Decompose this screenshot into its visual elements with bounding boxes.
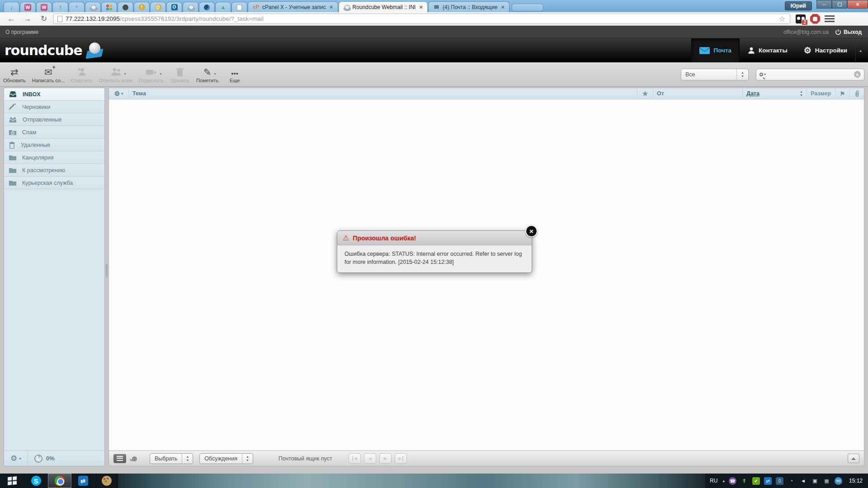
usb-eject-icon[interactable]: ⇑ [741,477,748,485]
pinned-tab-drive[interactable]: ▲ [215,2,231,12]
url-host: 77.222.132.19:2095 [66,15,120,22]
column-date[interactable]: Дата ▲▼ [743,88,807,99]
pinned-tab-at[interactable]: @ [150,2,166,12]
filter-select[interactable]: Все ▲▼ [681,69,749,80]
url-text[interactable]: 77.222.132.19:2095/cpsess3355576192/3rdp… [66,15,777,22]
list-view-button[interactable] [113,454,126,463]
folder-actions-button[interactable]: ⚙ ▾ [4,451,28,466]
search-box[interactable]: ▾ × [756,69,864,80]
reply-button: Ответить [68,63,95,86]
pinned-tab-apple[interactable] [118,2,133,12]
pinned-tab-moon[interactable] [199,2,215,12]
logout-button[interactable]: Выход [835,29,862,35]
column-attachment[interactable] [849,88,864,99]
nav-settings[interactable]: ⚙ Настройки [796,38,855,62]
splitter-grip[interactable] [106,264,108,277]
folder-kancelyariya[interactable]: Канцелярия [4,151,104,164]
folder-icon [9,154,17,161]
tab-cpanel[interactable]: cP cPanel X - Учетные запис × [248,1,338,12]
forward-button[interactable]: → [23,14,33,23]
tab-close-icon[interactable]: × [329,4,334,10]
folder-k-rassmotreniyu[interactable]: К рассмотрению [4,164,104,177]
column-date-label[interactable]: Дата [746,90,760,97]
pinned-tab-emblem[interactable]: † [134,2,150,12]
mark-button[interactable]: ✎ ▾ Пометить [193,63,222,86]
folder-junk[interactable]: Спам [4,126,104,139]
extension-icon[interactable]: 2 [796,14,806,23]
display-tray-icon[interactable]: 0 [776,477,783,485]
refresh-button[interactable]: ⇄ Обновить [0,63,29,86]
column-star[interactable]: ★ [637,88,653,99]
network-icon[interactable]: ▣ [811,477,819,485]
pinned-tab-wordpress-2[interactable]: W [36,2,52,12]
folder-trash[interactable]: Удаленные [4,139,104,151]
search-options-caret-icon[interactable]: ▾ [764,72,766,76]
teamviewer-tray-icon[interactable]: ⇄ [764,477,772,485]
touchpad-icon[interactable]: ▦ [823,477,830,485]
threads-dropdown[interactable]: Обсуждения ▲▼ [199,453,253,464]
select-dropdown[interactable]: Выбрать ▲▼ [150,453,193,464]
compose-label: Написать со... [32,78,65,83]
expand-button[interactable] [848,454,859,463]
clock-time[interactable]: 15:12 [849,478,863,484]
about-link[interactable]: О программе [5,29,38,35]
search-clear-icon[interactable]: × [854,71,861,78]
taskbar-skype[interactable]: S [24,474,48,488]
more-button[interactable]: ••• Еще [222,63,248,86]
search-input[interactable] [769,71,854,78]
pinned-tab-wordpress-1[interactable]: W [20,2,36,12]
nav-mail[interactable]: Почта [691,38,740,62]
language-indicator[interactable]: RU [710,478,717,484]
taskbar-teamviewer[interactable]: ⇄ [71,474,95,488]
pinned-tab-snowflake[interactable]: * [69,2,85,12]
taskbar-paint[interactable] [95,474,118,488]
bookmark-star-icon[interactable]: ☆ [777,14,787,23]
column-subject[interactable]: Тема [129,88,637,99]
pane-splitter[interactable] [105,88,108,466]
preview-pane-icon[interactable] [130,455,137,462]
browser-profile-button[interactable]: Юрий [785,1,812,10]
pinned-tab-roundcube-1[interactable] [85,2,101,12]
pinned-tab-church[interactable]: † [52,2,68,12]
traffic-icon[interactable]: TC [835,477,842,485]
pinned-tab-downloads[interactable]: ↓ [4,2,19,12]
new-tab-button[interactable] [512,4,543,11]
antivirus-icon[interactable]: ✔ [752,477,760,485]
window-close-button[interactable]: × [847,0,868,9]
start-button[interactable] [0,474,24,488]
pinned-tab-roundcube-2[interactable] [183,2,198,12]
folder-sent[interactable]: Отправленные [4,113,104,126]
folder-inbox[interactable]: INBOX [4,88,104,101]
compose-button[interactable]: ✉+ Написать со... [29,63,68,86]
reload-button[interactable]: ↻ [39,14,49,23]
tab-mail[interactable]: ✉ (4) Почта :: Входящие × [428,1,509,12]
taskbar-chrome-active[interactable] [48,474,71,488]
pinned-tab-outlook[interactable]: O [166,2,182,12]
nav-contacts[interactable]: Контакты [740,38,796,62]
address-bar[interactable]: 77.222.132.19:2095/cpsess3355576192/3rdp… [53,14,790,24]
tab-roundcube-active[interactable]: Roundcube Webmail :: INI × [339,1,428,12]
tray-expand-icon[interactable]: ▴ [722,479,725,483]
window-minimize-button[interactable]: – [816,0,832,9]
pinned-tab-blank[interactable] [231,2,247,12]
folder-kuryerskaya[interactable]: Курьерская служба [4,177,104,189]
tab-close-icon[interactable]: × [418,4,424,10]
back-button[interactable]: ← [6,14,16,23]
dialog-close-button[interactable]: × [525,225,538,237]
clock-tray-icon[interactable]: ◔ [788,477,795,485]
tab-close-icon[interactable]: × [500,4,506,10]
browser-menu-icon[interactable] [825,15,835,23]
column-from[interactable]: От [653,88,743,99]
list-options-button[interactable]: ⚙ ▾ [109,88,129,99]
adblock-icon[interactable] [810,14,820,24]
volume-icon[interactable]: ◄ [799,477,807,485]
sort-arrows-icon[interactable]: ▲▼ [800,90,803,97]
column-flag[interactable]: ⚑ [836,88,849,99]
folder-drafts[interactable]: Черновики [4,101,104,113]
column-size[interactable]: Размер [807,88,836,99]
window-maximize-button[interactable] [832,0,847,9]
message-list-body[interactable] [109,99,864,450]
viber-icon[interactable]: ☎ [729,477,736,485]
pinned-tab-joomla[interactable] [101,2,117,12]
header-collapse-button[interactable]: ▴ [855,38,865,62]
